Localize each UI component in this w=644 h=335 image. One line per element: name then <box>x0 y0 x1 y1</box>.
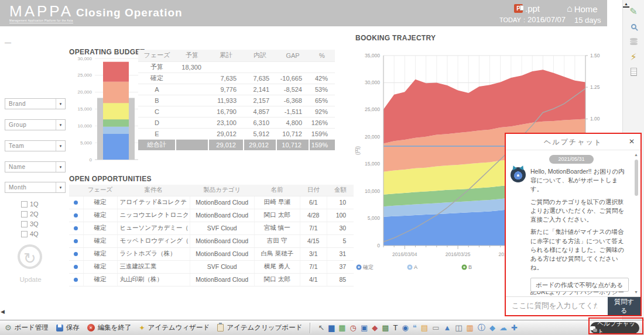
quarter-checkbox-1q[interactable]: 1Q <box>21 201 39 208</box>
opportunity-row[interactable]: 確定アロイテッド&コレクテMotionBoard Cloud田崎 早瀬6/110 <box>69 196 354 209</box>
opportunity-cell: 31 <box>327 247 354 260</box>
today-separator: : <box>523 16 525 23</box>
chevron-down-icon: ▼ <box>56 120 65 130</box>
table-item-icon[interactable]: ▦ <box>338 324 345 331</box>
status-dot-icon <box>74 265 78 269</box>
opportunity-cell: 関口 太郎 <box>254 209 300 222</box>
opportunity-row[interactable]: 確定三進建設工業SVF Cloud横尾 勇人7/137 <box>69 260 354 273</box>
opportunity-cell: ニッコウエレクトロニク <box>117 209 190 222</box>
help-chat-button[interactable]: ヘルプチャット <box>590 322 639 334</box>
cube-item-icon[interactable]: ◆ <box>489 324 495 331</box>
budget-table-row[interactable]: C16,7904,857-1,51192% <box>138 106 335 117</box>
info-item-icon[interactable]: ⓘ <box>478 324 485 331</box>
budget-segment-A <box>103 127 129 134</box>
chat-submit-button[interactable]: 質問する <box>608 297 640 315</box>
item-wizard-button[interactable]: ✦アイテムウィザード <box>139 323 210 332</box>
chat-category-option-button[interactable]: ボードの作成で不明な点がある <box>530 278 629 292</box>
opportunities-column-header: 日付 <box>300 185 327 196</box>
scrollbar-up-icon[interactable]: ▲ <box>634 153 638 157</box>
quarter-checkbox-3q[interactable]: 3Q <box>21 220 39 227</box>
chart-item-icon[interactable]: ▆ <box>328 324 334 331</box>
pen-icon[interactable]: ✎ <box>627 5 640 18</box>
filter-dropdown-group[interactable]: Group▼ <box>5 119 66 130</box>
budget-table-row[interactable]: 確定7,6357,635-10,66542% <box>138 72 335 84</box>
svg-text:2016/03/04: 2016/03/04 <box>392 251 417 257</box>
budget-cell: 7,635 <box>208 72 244 84</box>
chevron-down-icon: ▼ <box>56 141 65 151</box>
scrollbar-thumb[interactable] <box>635 160 638 196</box>
datasource-icon[interactable] <box>627 35 640 48</box>
budget-table-row[interactable]: D23,1006,3104,800126% <box>138 117 335 128</box>
budget-cell: B <box>138 95 176 106</box>
budget-cell: 92% <box>309 106 335 117</box>
report-icon[interactable] <box>627 65 640 78</box>
quarter-label: 2Q <box>30 210 39 217</box>
relation-item-icon[interactable]: ◆ <box>372 324 378 331</box>
open-opportunities-table[interactable]: フェーズ案件名製品カテゴリ名前日付金額確定アロイテッド&コレクテMotionBo… <box>69 185 354 286</box>
board-management-button[interactable]: ⚙ボード管理 <box>5 323 49 332</box>
link-item-icon[interactable]: ◉ <box>402 324 409 331</box>
budget-table-row[interactable]: B11,9332,157-6,36865% <box>138 95 335 106</box>
abc-cloud-item-icon[interactable]: ☁ <box>499 324 507 331</box>
scrollbar-down-icon[interactable]: ▼ <box>634 290 638 294</box>
opportunity-cell: 確定 <box>83 222 117 234</box>
chat-scrollbar[interactable]: ▲ ▼ <box>633 151 639 294</box>
opportunity-cell: MotionBoard Cloud <box>190 234 254 247</box>
svg-text:15,000: 15,000 <box>365 161 380 167</box>
opportunity-row[interactable]: 確定ニッコウエレクトロニクMotionBoard Cloud関口 太郎4/281… <box>69 209 354 222</box>
budget-column-header: 累計 <box>208 50 244 61</box>
app-logo-subtitle: Management Application Platform for the … <box>9 19 73 22</box>
scroll-left-icon[interactable]: ◀ <box>1 309 5 315</box>
opportunity-row[interactable]: 確定ヒューソンアカデミー（SVF Cloud宮城 慎一7/130 <box>69 222 354 234</box>
budget-table-row[interactable]: E29,0125,91210,712159% <box>138 128 335 139</box>
chat-question-input[interactable] <box>511 297 598 315</box>
item-clipboard-button[interactable]: アイテムクリップボード <box>217 323 302 332</box>
update-button[interactable]: ↻ <box>18 244 42 269</box>
shape-item-icon[interactable]: ▲ <box>443 324 451 331</box>
svg-text:25,000: 25,000 <box>365 106 380 112</box>
toolbar-button-label: ボード管理 <box>15 323 49 332</box>
comment-item-icon[interactable]: ❝ <box>413 324 417 331</box>
clock-item-icon[interactable]: ◷ <box>350 324 357 331</box>
refresh-icon: ↻ <box>23 250 36 267</box>
opportunity-cell: MotionBoard Cloud <box>190 209 254 222</box>
map-item-icon[interactable]: ▣ <box>361 324 368 331</box>
operating-budget-chart[interactable]: 30,00025,00020,00015,00010,0005,0000 <box>71 53 141 167</box>
opportunity-cell: 田崎 早瀬 <box>254 196 300 209</box>
budget-cell: E <box>138 128 176 139</box>
opportunity-row[interactable]: 確定丸山印刷（株）MotionBoard Cloud関口 太郎4/185 <box>69 273 354 286</box>
home-button[interactable]: Home <box>567 4 598 14</box>
save-button[interactable]: 保存 <box>56 323 80 332</box>
filter-dropdown-month[interactable]: Month▼ <box>5 182 66 193</box>
select-tool-icon[interactable]: ↖ <box>318 324 324 331</box>
quarter-label: 1Q <box>30 201 39 208</box>
budget-table-row[interactable]: 予算18,300 <box>138 61 335 72</box>
budget-cell: 159% <box>309 139 335 150</box>
export-ppt-button[interactable]: .ppt <box>514 4 540 13</box>
folder-item-icon[interactable]: ▤ <box>421 324 428 331</box>
budget-table-row[interactable]: A9,7762,141-8,52453% <box>138 84 335 95</box>
opportunity-row[interactable]: 確定ラシトホズラ（株）MotionBoard Cloud白鳥 菜穂子3/131 <box>69 247 354 260</box>
image-item-icon[interactable]: ▩ <box>382 324 389 331</box>
chat-message-text: Hello, MotionBoarder!! お困りの内容について、私がサポート… <box>530 167 630 296</box>
filter-dropdown-team[interactable]: Team▼ <box>5 140 66 151</box>
filter-dropdown-brand[interactable]: Brand▼ <box>5 98 66 109</box>
layout-item-icon[interactable]: ▥ <box>467 324 474 331</box>
budget-cell: 4,800 <box>276 117 309 128</box>
puzzle-item-icon[interactable]: ✚ <box>511 324 518 331</box>
search-icon[interactable] <box>627 20 640 33</box>
filter-dropdown-name[interactable]: Name▼ <box>5 161 66 172</box>
text-item-icon[interactable]: T <box>393 324 398 331</box>
close-icon[interactable]: ✕ <box>629 138 635 145</box>
quarter-checkbox-4q[interactable]: 4Q <box>21 230 39 237</box>
button-item-icon[interactable]: ▭ <box>432 324 439 331</box>
action-icon[interactable]: ⚡ <box>627 50 640 63</box>
bottom-toolbar: ⚙ボード管理保存✕編集を終了✦アイテムウィザードアイテムクリップボード ↖▆▦◷… <box>0 320 644 335</box>
collapse-filter-icon[interactable]: — <box>5 39 11 46</box>
end-edit-button[interactable]: ✕編集を終了 <box>87 323 132 332</box>
opportunity-row[interactable]: 確定モッペトロウディング（MotionBoard Cloud吉田 守4/155 <box>69 234 354 247</box>
quarter-checkbox-2q[interactable]: 2Q <box>21 210 39 217</box>
form-item-icon[interactable]: ◫ <box>455 324 462 331</box>
operating-budget-table[interactable]: フェーズ予算累計内訳GAP%予算18,300確定7,6357,635-10,66… <box>138 50 335 150</box>
budget-table-row[interactable]: 総合計29,01229,01210,712159% <box>138 139 335 150</box>
